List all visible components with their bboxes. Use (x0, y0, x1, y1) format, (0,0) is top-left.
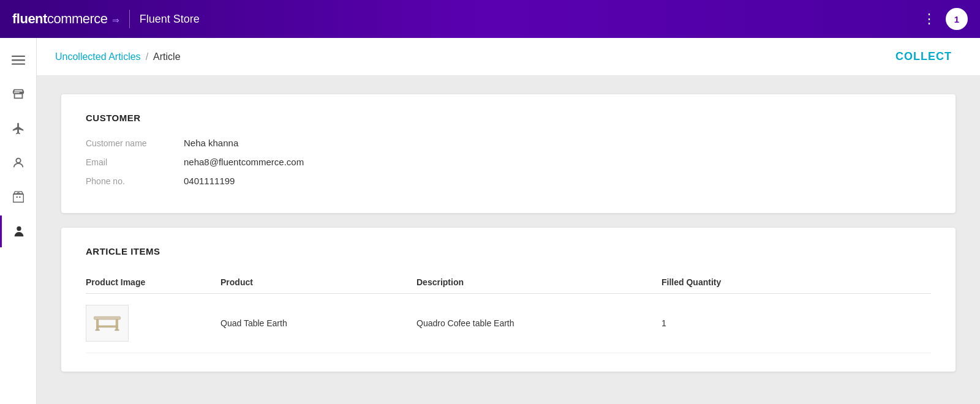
phone-label: Phone no. (86, 176, 184, 186)
more-options-button[interactable]: ⋮ (922, 11, 937, 27)
svg-point-6 (17, 226, 21, 231)
customer-name-row: Customer name Neha khanna (86, 138, 931, 148)
sidebar-item-person[interactable] (0, 215, 36, 247)
svg-point-3 (16, 159, 20, 163)
svg-rect-0 (12, 56, 25, 57)
breadcrumb-separator: / (146, 51, 148, 62)
svg-rect-11 (95, 329, 99, 331)
filled-quantity: 1 (662, 318, 931, 328)
phone-value: 0401111199 (184, 176, 235, 186)
sidebar-item-menu[interactable] (0, 44, 36, 76)
table-header: Product Image Product Description Filled… (86, 271, 931, 294)
svg-rect-5 (18, 196, 20, 198)
svg-rect-8 (96, 320, 98, 331)
breadcrumb: Uncollected Articles / Article (55, 51, 181, 62)
svg-rect-2 (12, 64, 25, 65)
logo: fluentcommerce ⇒ (12, 11, 119, 27)
product-image-cell (86, 305, 221, 342)
customer-name-label: Customer name (86, 138, 184, 148)
store-name: Fluent Store (140, 13, 200, 26)
product-description: Quadro Cofee table Earth (417, 318, 662, 328)
col-description: Description (417, 277, 662, 287)
svg-rect-7 (94, 316, 120, 320)
col-filled-qty: Filled Quantity (662, 277, 931, 287)
customer-card-title: CUSTOMER (86, 113, 931, 123)
col-product: Product (221, 277, 417, 287)
customer-card: CUSTOMER Customer name Neha khanna Email… (61, 94, 956, 213)
breadcrumb-current: Article (153, 51, 180, 62)
svg-rect-1 (12, 59, 25, 61)
svg-rect-4 (16, 196, 18, 198)
product-name: Quad Table Earth (221, 318, 417, 328)
article-items-title: ARTICLE ITEMS (86, 246, 931, 256)
email-row: Email neha8@fluentcommerce.com (86, 157, 931, 167)
top-header: fluentcommerce ⇒ Fluent Store ⋮ 1 (0, 0, 980, 38)
svg-rect-10 (97, 326, 117, 327)
customer-name-value: Neha khanna (184, 138, 238, 148)
col-product-image: Product Image (86, 277, 221, 287)
sidebar-item-store[interactable] (0, 78, 36, 110)
article-items-card: ARTICLE ITEMS Product Image Product Desc… (61, 228, 956, 372)
svg-rect-12 (115, 329, 119, 331)
collect-button[interactable]: COLLECT (886, 45, 962, 68)
sidebar (0, 38, 37, 404)
sidebar-item-user[interactable] (0, 147, 36, 179)
sidebar-item-dispatch[interactable] (0, 113, 36, 144)
header-left: fluentcommerce ⇒ Fluent Store (12, 10, 200, 28)
breadcrumb-bar: Uncollected Articles / Article COLLECT (37, 38, 980, 76)
header-divider (129, 10, 130, 28)
sidebar-item-bag[interactable] (0, 181, 36, 213)
product-image (86, 305, 129, 342)
phone-row: Phone no. 0401111199 (86, 176, 931, 186)
svg-rect-9 (116, 320, 118, 331)
main-layout: Uncollected Articles / Article COLLECT C… (0, 38, 980, 404)
user-avatar[interactable]: 1 (946, 8, 968, 30)
page-content: CUSTOMER Customer name Neha khanna Email… (37, 76, 980, 404)
header-right: ⋮ 1 (922, 8, 968, 30)
breadcrumb-link[interactable]: Uncollected Articles (55, 51, 141, 62)
email-label: Email (86, 157, 184, 167)
content-area: Uncollected Articles / Article COLLECT C… (37, 38, 980, 404)
email-value: neha8@fluentcommerce.com (184, 157, 304, 167)
table-row: Quad Table Earth Quadro Cofee table Eart… (86, 294, 931, 353)
